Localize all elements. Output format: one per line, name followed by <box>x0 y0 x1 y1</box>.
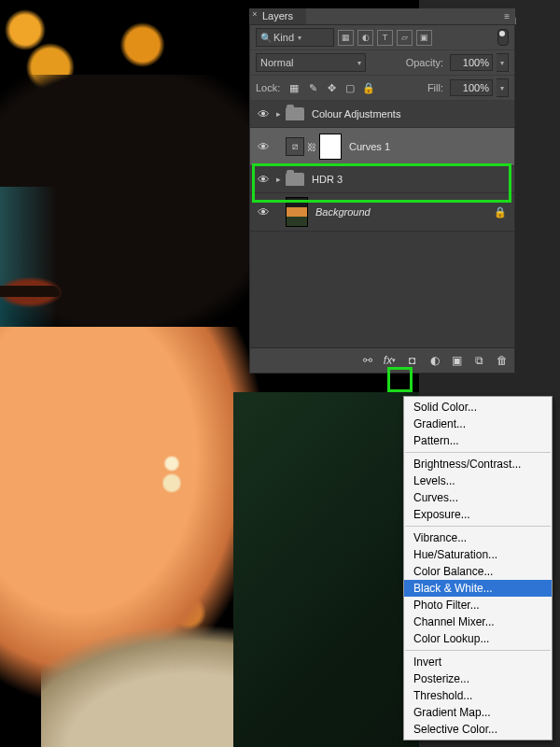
lock-position-icon[interactable]: ✥ <box>324 80 339 95</box>
menu-solid-color[interactable]: Solid Color... <box>404 399 552 416</box>
add-mask-icon[interactable]: ◘ <box>405 354 419 368</box>
menu-selective-color[interactable]: Selective Color... <box>404 721 552 738</box>
menu-color-lookup[interactable]: Color Lookup... <box>404 630 552 647</box>
curves-adjustment-icon: ⧄ <box>286 137 304 156</box>
fill-dropdown-icon[interactable]: ▾ <box>497 78 509 97</box>
layer-curves-1[interactable]: 👁 ⧄ ⛓ Curves 1 <box>250 128 514 166</box>
layers-panel: × Layers ≡ 🔍 Kind ▾ ▦ ◐ T ▱ ▣ <box>249 8 515 374</box>
filter-kind-label: Kind <box>273 32 294 43</box>
visibility-icon[interactable]: 👁 <box>250 107 276 121</box>
lock-icon: 🔒 <box>494 206 507 218</box>
fill-field[interactable]: 100% <box>450 79 493 96</box>
menu-exposure[interactable]: Exposure... <box>404 506 552 523</box>
panel-menu-icon[interactable]: ≡ <box>504 11 510 21</box>
menu-gradient[interactable]: Gradient... <box>404 416 552 432</box>
lock-label: Lock: <box>256 82 280 93</box>
menu-color-balance[interactable]: Color Balance... <box>404 563 552 580</box>
new-layer-icon[interactable]: ⧉ <box>472 354 486 368</box>
visibility-icon[interactable]: 👁 <box>250 173 276 187</box>
disclosure-icon[interactable]: ▸ <box>276 175 286 184</box>
layer-name: Background <box>315 206 371 218</box>
blend-mode-value: Normal <box>260 57 293 68</box>
layer-effects-icon[interactable]: fx▾ <box>383 354 397 368</box>
filter-adjustment-icon[interactable]: ◐ <box>357 30 373 46</box>
filter-type-icon[interactable]: T <box>377 30 393 46</box>
menu-pattern[interactable]: Pattern... <box>404 432 552 449</box>
filter-toggle-switch[interactable] <box>497 29 509 46</box>
opacity-label: Opacity: <box>406 57 443 68</box>
menu-black-white[interactable]: Black & White... <box>404 580 552 597</box>
menu-brightness-contrast[interactable]: Brightness/Contrast... <box>404 456 552 472</box>
menu-posterize[interactable]: Posterize... <box>404 670 552 687</box>
menu-invert[interactable]: Invert <box>404 654 552 670</box>
lock-fill-row: Lock: ▦ ✎ ✥ ▢ 🔒 Fill: 100% ▾ <box>250 76 514 101</box>
blend-opacity-row: Normal ▾ Opacity: 100% ▾ <box>250 50 514 76</box>
link-layers-icon[interactable]: ⚯ <box>360 354 374 368</box>
menu-hue-saturation[interactable]: Hue/Saturation... <box>404 546 552 563</box>
fill-label: Fill: <box>427 82 443 93</box>
disclosure-icon[interactable]: ▸ <box>276 109 286 119</box>
panel-close-icon[interactable]: × <box>249 8 260 20</box>
lock-all-icon[interactable]: 🔒 <box>361 80 376 95</box>
layer-name: Curves 1 <box>349 141 390 152</box>
filter-smart-icon[interactable]: ▣ <box>416 30 432 46</box>
layer-group-hdr-3[interactable]: 👁 ▸ HDR 3 <box>250 166 514 193</box>
mask-link-icon[interactable]: ⛓ <box>307 142 316 152</box>
layer-thumb <box>286 197 308 227</box>
new-group-icon[interactable]: ▣ <box>450 354 464 368</box>
layer-name: Colour Adjustments <box>312 108 400 120</box>
filter-kind-dropdown[interactable]: 🔍 Kind ▾ <box>256 28 334 47</box>
visibility-icon[interactable]: 👁 <box>250 140 276 154</box>
new-adjustment-layer-menu: Solid Color... Gradient... Pattern... Br… <box>403 396 553 740</box>
opacity-dropdown-icon[interactable]: ▾ <box>497 53 509 72</box>
lock-image-icon[interactable]: ✎ <box>305 80 320 95</box>
menu-photo-filter[interactable]: Photo Filter... <box>404 597 552 613</box>
delete-layer-icon[interactable]: 🗑 <box>495 354 509 368</box>
menu-levels[interactable]: Levels... <box>404 472 552 489</box>
layer-list: 👁 ▸ Colour Adjustments 👁 ⧄ ⛓ Curves 1 👁 … <box>250 101 514 347</box>
visibility-icon[interactable]: 👁 <box>250 205 276 219</box>
layers-footer: ⚯ fx▾ ◘ ◐ ▣ ⧉ 🗑 <box>250 347 514 373</box>
filter-shape-icon[interactable]: ▱ <box>397 30 413 46</box>
layer-name: HDR 3 <box>312 174 343 185</box>
menu-threshold[interactable]: Threshold... <box>404 687 552 704</box>
layer-group-colour-adjustments[interactable]: 👁 ▸ Colour Adjustments <box>250 101 514 128</box>
menu-channel-mixer[interactable]: Channel Mixer... <box>404 613 552 630</box>
folder-icon <box>286 107 304 120</box>
opacity-field[interactable]: 100% <box>450 54 493 71</box>
layer-mask-thumb[interactable] <box>319 134 342 160</box>
lock-transparency-icon[interactable]: ▦ <box>287 80 301 95</box>
new-adjustment-layer-icon[interactable]: ◐ <box>427 354 441 368</box>
menu-gradient-map[interactable]: Gradient Map... <box>404 704 552 721</box>
layer-filter-row: 🔍 Kind ▾ ▦ ◐ T ▱ ▣ <box>250 25 514 50</box>
layer-list-empty-area <box>250 232 514 347</box>
blend-mode-dropdown[interactable]: Normal ▾ <box>256 53 366 72</box>
panel-tab-bar: Layers ≡ <box>249 8 515 25</box>
layer-background[interactable]: 👁 Background 🔒 <box>250 193 514 232</box>
folder-icon <box>286 173 304 186</box>
menu-vibrance[interactable]: Vibrance... <box>404 529 552 546</box>
lock-artboard-icon[interactable]: ▢ <box>343 80 357 95</box>
filter-pixel-icon[interactable]: ▦ <box>338 30 354 46</box>
menu-curves[interactable]: Curves... <box>404 489 552 506</box>
